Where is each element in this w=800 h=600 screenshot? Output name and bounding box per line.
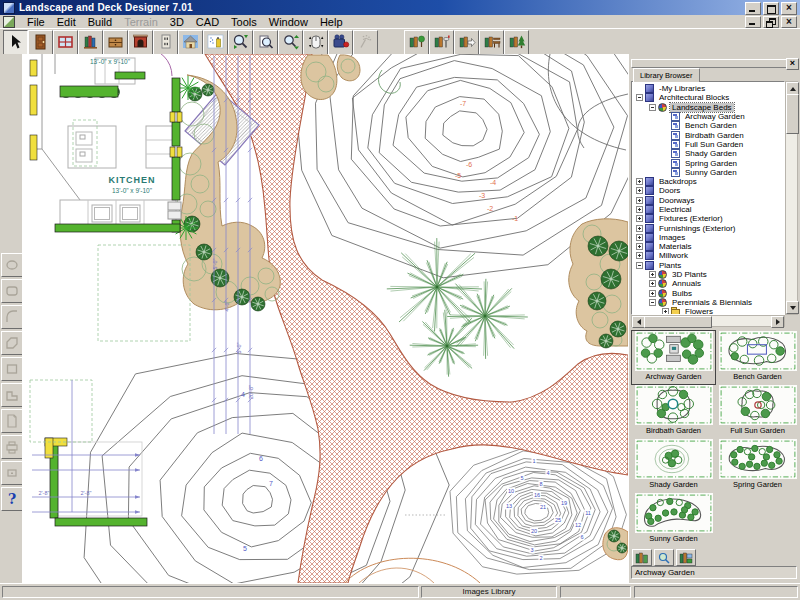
roof-tool-icon[interactable] <box>178 30 203 55</box>
menu-window[interactable]: Window <box>263 16 314 28</box>
menu-edit[interactable]: Edit <box>51 16 82 28</box>
tree-collapse-icon[interactable] <box>649 299 656 306</box>
scroll-tool-icon[interactable] <box>303 30 328 55</box>
tree-item-images[interactable]: Images <box>632 233 784 242</box>
spray-tool-icon[interactable] <box>203 30 228 55</box>
tree-expand-icon[interactable] <box>636 243 643 250</box>
help-button[interactable]: ? <box>1 487 23 511</box>
thumbnail-archway-garden[interactable]: Archway Garden <box>632 331 715 384</box>
tree-vertical-scrollbar[interactable] <box>785 81 798 315</box>
tree-item-electrical[interactable]: Electrical <box>632 205 784 214</box>
tree-expand-icon[interactable] <box>662 308 669 315</box>
library-preview-icon[interactable] <box>654 549 674 566</box>
tab-library-browser[interactable]: Library Browser <box>633 68 700 82</box>
thumbnail-sunny-garden[interactable]: Sunny Garden <box>632 493 715 546</box>
scrollbar-thumb[interactable] <box>786 94 799 134</box>
zoom-tool-icon[interactable] <box>228 30 253 55</box>
tree-item-millwork[interactable]: Millwork <box>632 251 784 260</box>
library-mailbox-tool-icon[interactable] <box>429 30 454 55</box>
tree-expand-icon[interactable] <box>649 280 656 287</box>
tree-item-annuals[interactable]: Annuals <box>632 279 784 288</box>
child-restore-button[interactable] <box>763 16 779 28</box>
tree-item-plants[interactable]: Plants <box>632 261 784 270</box>
tree-expand-icon[interactable] <box>649 271 656 278</box>
tree-expand-icon[interactable] <box>636 187 643 194</box>
tree-expand-icon[interactable] <box>636 234 643 241</box>
tree-item-backdrops[interactable]: Backdrops <box>632 177 784 186</box>
tree-item-architectural-blocks[interactable]: Architectural Blocks <box>632 93 784 102</box>
tree-item-bulbs[interactable]: Bulbs <box>632 289 784 298</box>
menu-help[interactable]: Help <box>314 16 349 28</box>
select-tool-icon[interactable] <box>3 30 28 55</box>
zoom-page-tool-icon[interactable] <box>253 30 278 55</box>
tree-collapse-icon[interactable] <box>649 104 656 111</box>
plan-view[interactable]: KITCHEN 13'-0" x 9'-10" 13'-0" x 9'-10" … <box>22 54 628 583</box>
tree-item-spring-garden[interactable]: Spring Garden <box>632 158 784 167</box>
scroll-down-icon[interactable] <box>786 301 799 314</box>
panel-close-icon[interactable] <box>786 58 799 70</box>
bookshelf-tool-icon[interactable] <box>78 30 103 55</box>
tree-item-full-sun-garden[interactable]: Full Sun Garden <box>632 140 784 149</box>
tree-item-archway-garden[interactable]: Archway Garden <box>632 112 784 121</box>
menu-tools[interactable]: Tools <box>225 16 263 28</box>
tree-expand-icon[interactable] <box>636 197 643 204</box>
outlet-tool-icon[interactable] <box>153 30 178 55</box>
tree-item-materials[interactable]: Materials <box>632 242 784 251</box>
thumbnail-birdbath-garden[interactable]: Birdbath Garden <box>632 385 715 438</box>
thumbnail-full-sun-garden[interactable]: Full Sun Garden <box>716 385 799 438</box>
polygon-tool-icon[interactable] <box>1 331 23 355</box>
tree-item-sunny-garden[interactable]: Sunny Garden <box>632 168 784 177</box>
corner-tool-icon[interactable] <box>1 383 23 407</box>
tree-expand-icon[interactable] <box>649 290 656 297</box>
printer-tool-icon[interactable] <box>1 435 23 459</box>
tree-item-flowers[interactable]: Flowers <box>632 307 784 315</box>
panel-grip[interactable] <box>631 59 789 68</box>
tree-horizontal-scrollbar[interactable] <box>631 315 785 327</box>
library-plant-tool-icon[interactable] <box>404 30 429 55</box>
thumbnail-spring-garden[interactable]: Spring Garden <box>716 439 799 492</box>
tree-item-furnishings[interactable]: Furnishings (Exterior) <box>632 223 784 232</box>
tree-item-doors[interactable]: Doors <box>632 186 784 195</box>
thumbnail-shady-garden[interactable]: Shady Garden <box>632 439 715 492</box>
scroll-right-icon[interactable] <box>771 316 784 328</box>
minimize-button[interactable] <box>745 2 761 15</box>
tree-item-birdbath-garden[interactable]: Birdbath Garden <box>632 130 784 139</box>
tree-collapse-icon[interactable] <box>636 262 643 269</box>
tree-expand-icon[interactable] <box>636 206 643 213</box>
menu-build[interactable]: Build <box>82 16 118 28</box>
scrollbar-thumb[interactable] <box>644 316 712 328</box>
arc-tool-icon[interactable] <box>1 305 23 329</box>
tree-item-bench-garden[interactable]: Bench Garden <box>632 121 784 130</box>
tree-item-shady-garden[interactable]: Shady Garden <box>632 149 784 158</box>
tree-item-landscape-beds[interactable]: Landscape Beds <box>632 103 784 112</box>
menu-cad[interactable]: CAD <box>190 16 225 28</box>
fireplace-tool-icon[interactable] <box>128 30 153 55</box>
tree-expand-icon[interactable] <box>636 225 643 232</box>
tree-item-3d-plants[interactable]: 3D Plants <box>632 270 784 279</box>
tree-expand-icon[interactable] <box>636 178 643 185</box>
zoom-extent-tool-icon[interactable] <box>278 30 303 55</box>
rounded-rect-tool-icon[interactable] <box>1 279 23 303</box>
library-images-icon[interactable] <box>676 549 696 566</box>
library-view-icon[interactable] <box>632 549 652 566</box>
tree-item-doorways[interactable]: Doorways <box>632 196 784 205</box>
library-arrow-tool-icon[interactable] <box>454 30 479 55</box>
tree-item-perennials[interactable]: Perennials & Biennials <box>632 298 784 307</box>
rect-tool-icon[interactable] <box>1 357 23 381</box>
ellipse-tool-icon[interactable] <box>1 253 23 277</box>
window-tool-icon[interactable] <box>53 30 78 55</box>
tree-expand-icon[interactable] <box>636 252 643 259</box>
library-tree-tool-icon[interactable] <box>504 30 529 55</box>
menu-file[interactable]: File <box>21 16 51 28</box>
door-tool-icon[interactable] <box>28 30 53 55</box>
tree-collapse-icon[interactable] <box>636 94 643 101</box>
child-close-button[interactable] <box>781 16 797 28</box>
box-tool-icon[interactable] <box>1 461 23 485</box>
camera-3d-tool-icon[interactable] <box>328 30 353 55</box>
child-minimize-button[interactable] <box>745 16 761 28</box>
thumbnail-bench-garden[interactable]: Bench Garden <box>716 331 799 384</box>
menu-3d[interactable]: 3D <box>164 16 190 28</box>
tree-item-fixtures[interactable]: Fixtures (Exterior) <box>632 214 784 223</box>
furniture-tool-icon[interactable] <box>103 30 128 55</box>
tree-expand-icon[interactable] <box>636 215 643 222</box>
